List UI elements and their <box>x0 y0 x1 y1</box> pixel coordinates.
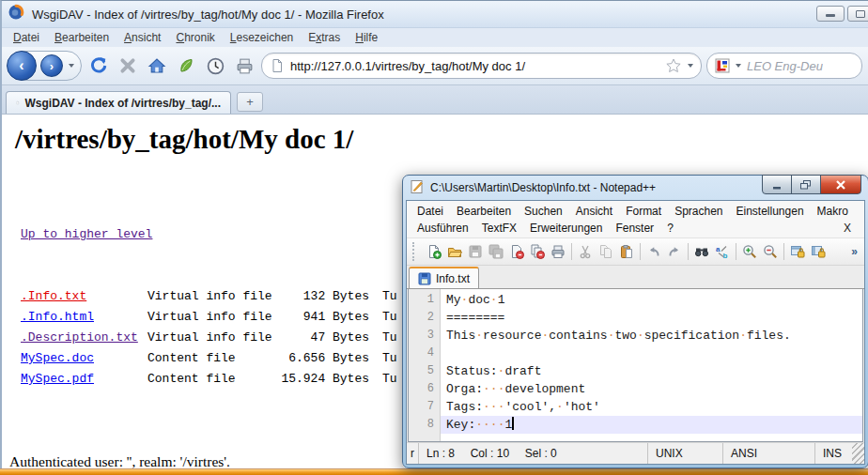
menu-ansicht[interactable]: Ansicht <box>116 29 168 46</box>
search-engine-label[interactable]: LEO Eng-Deu <box>747 59 823 73</box>
line-number: 4 <box>409 345 434 362</box>
editor-line <box>441 345 862 362</box>
file-link[interactable]: .Info.html <box>21 310 94 324</box>
new-file-icon[interactable] <box>424 241 444 262</box>
menu-datei[interactable]: Datei <box>6 29 47 46</box>
addon-leaf-button[interactable] <box>174 54 198 78</box>
toolbar-grip[interactable] <box>412 242 419 261</box>
paste-icon[interactable] <box>616 241 637 262</box>
cut-icon <box>575 241 596 262</box>
undo-icon[interactable] <box>643 241 664 262</box>
file-type: Virtual info file <box>147 328 275 348</box>
forward-button[interactable]: › <box>40 54 63 77</box>
status-eol: UNIX <box>647 443 722 464</box>
file-link[interactable]: .Info.txt <box>21 289 86 303</box>
url-text[interactable]: http://127.0.0.1/virtres/by_tag/hot/My d… <box>290 59 665 73</box>
close-doc-icon[interactable] <box>506 241 527 262</box>
menu-fenster[interactable]: Fenster <box>609 221 660 236</box>
home-button[interactable] <box>145 54 169 78</box>
bookmark-star-icon[interactable] <box>665 57 682 74</box>
open-folder-icon[interactable] <box>444 241 465 262</box>
line-number: 2 <box>409 309 434 327</box>
new-tab-button[interactable]: + <box>237 92 263 112</box>
menu-extras[interactable]: Extras <box>301 29 348 46</box>
toolbar-separator <box>783 243 784 260</box>
redo-icon[interactable] <box>664 241 685 262</box>
file-link[interactable]: MySpec.pdf <box>21 372 94 386</box>
stop-button[interactable] <box>116 54 140 78</box>
menu-hilfe[interactable]: Hilfe <box>348 29 385 46</box>
menu-textfx[interactable]: TextFX <box>475 221 523 236</box>
notepad-close-button[interactable] <box>820 175 861 194</box>
file-link[interactable]: .Description.txt <box>21 330 138 345</box>
search-engine-dropdown-icon[interactable] <box>736 64 741 68</box>
replace-icon[interactable]: ab <box>712 241 733 262</box>
menu-chronik[interactable]: Chronik <box>168 29 222 46</box>
file-size: 47 Bytes <box>275 328 369 348</box>
notepad-menubar: DateiBearbeitenSuchenAnsichtFormatSprach… <box>407 201 864 238</box>
menu-suchen[interactable]: Suchen <box>518 204 569 219</box>
copy-icon <box>596 241 616 262</box>
menu-ausf-hren[interactable]: Ausführen <box>411 221 475 236</box>
print-icon[interactable] <box>548 241 568 262</box>
editor-line: My·doc·1 <box>441 291 862 309</box>
notepad-minimize-button[interactable] <box>762 175 792 194</box>
menu-einstellungen[interactable]: Einstellungen <box>730 204 811 219</box>
back-button[interactable]: ‹ <box>7 51 37 81</box>
toolbar-overflow-button[interactable]: » <box>845 245 864 258</box>
close-all-docs-icon[interactable] <box>527 241 548 262</box>
notepad-window-controls <box>763 175 861 194</box>
text-editor[interactable]: My·doc·1========This·resource·contains·t… <box>441 289 862 441</box>
zoom-out-icon[interactable] <box>760 241 781 262</box>
file-size: 132 Bytes <box>275 286 369 307</box>
browser-tab[interactable]: WsgiDAV - Index of /virtres/by_tag/... <box>6 91 231 114</box>
menu-format[interactable]: Format <box>619 204 668 219</box>
sync-horizontal-icon[interactable] <box>808 241 829 262</box>
firefox-icon <box>8 4 24 24</box>
firefox-titlebar[interactable]: WsgiDAV - Index of /virtres/by_tag/hot/M… <box>2 1 868 28</box>
file-link[interactable]: MySpec.doc <box>21 351 94 365</box>
menu-erweiterungen[interactable]: Erweiterungen <box>523 221 609 236</box>
notepad-restore-button[interactable] <box>791 175 821 194</box>
url-dropdown-icon[interactable] <box>688 64 693 68</box>
file-size: 941 Bytes <box>275 307 369 328</box>
history-dropdown-icon[interactable] <box>69 64 74 68</box>
menu--[interactable]: ? <box>660 221 680 236</box>
menu-bearbeiten[interactable]: Bearbeiten <box>47 29 116 46</box>
minimize-button[interactable] <box>816 6 845 22</box>
print-button[interactable] <box>232 54 256 78</box>
up-level-link[interactable]: Up to higher level <box>21 227 152 241</box>
menu-lesezeichen[interactable]: Lesezeichen <box>223 29 301 46</box>
leo-search-engine-icon[interactable] <box>715 58 730 73</box>
menu-datei[interactable]: Datei <box>411 204 450 219</box>
tab-page-icon <box>16 96 20 110</box>
editor-area[interactable]: 12345678 My·doc·1========This·resource·c… <box>408 289 863 442</box>
menu-ansicht[interactable]: Ansicht <box>569 204 619 219</box>
document-tab[interactable]: Info.txt <box>409 267 479 288</box>
editor-line: Key:····1 <box>441 416 862 434</box>
notepad-titlebar[interactable]: C:\Users\Martin\Desktop\Info.txt - Notep… <box>406 176 865 200</box>
file-type: Virtual info file <box>147 307 275 328</box>
maximize-button[interactable] <box>847 6 868 22</box>
url-bar[interactable]: http://127.0.0.1/virtres/by_tag/hot/My d… <box>261 53 702 79</box>
file-type: Content file <box>147 369 275 390</box>
window-controls <box>816 6 868 22</box>
zoom-in-icon[interactable] <box>739 241 760 262</box>
reload-button[interactable] <box>86 54 111 78</box>
taskbar-edge <box>0 468 868 475</box>
search-bar[interactable]: LEO Eng-Deu <box>706 53 862 79</box>
menu-makro[interactable]: Makro <box>811 204 855 219</box>
find-icon[interactable] <box>691 241 712 262</box>
menu-bearbeiten[interactable]: Bearbeiten <box>450 204 518 219</box>
home-icon <box>147 56 166 75</box>
editor-line: This·resource·contains·two·specification… <box>441 327 862 345</box>
addon-clock-button[interactable] <box>203 54 227 78</box>
document-close-button[interactable]: X <box>844 222 860 235</box>
status-left: r <box>407 443 419 464</box>
sync-vertical-icon[interactable] <box>787 241 808 262</box>
text-cursor <box>512 417 514 430</box>
menu-sprachen[interactable]: Sprachen <box>668 204 729 219</box>
resize-grip[interactable] <box>852 443 864 464</box>
tab-title: WsgiDAV - Index of /virtres/by_tag/... <box>25 97 221 110</box>
status-encoding: ANSI <box>722 443 814 464</box>
